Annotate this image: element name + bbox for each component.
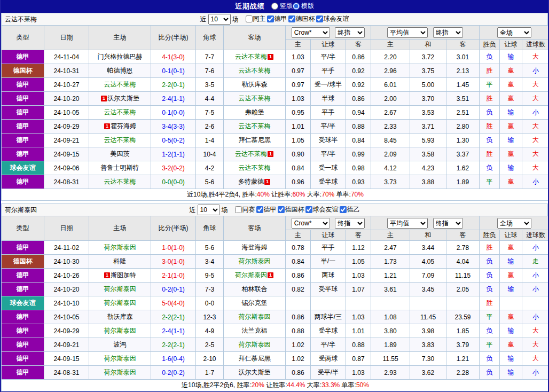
team-name: 柏林联合: [242, 285, 268, 293]
league-filter-checkbox[interactable]: [267, 15, 274, 22]
avg-final-select[interactable]: 终指: [433, 218, 463, 229]
away-team-cell: 锡尔克堡: [224, 296, 286, 310]
league-filter-checkbox[interactable]: [246, 15, 253, 22]
league-filter-checkbox[interactable]: [316, 15, 323, 22]
col-header-avg-draw: 和: [410, 230, 446, 241]
score-cell: 0-1(0-1): [151, 64, 196, 78]
red-card-badge: 1: [268, 272, 273, 278]
league-filter[interactable]: 德甲: [267, 14, 287, 23]
handicap-cell: 受半球: [311, 283, 346, 296]
team-name: 锡尔克堡: [242, 299, 268, 307]
avg-source-select[interactable]: 平均值: [387, 27, 428, 38]
summary-label: 近10场,胜4平2负4, 胜率:: [187, 191, 257, 198]
avg-source-select[interactable]: 平均值: [387, 218, 428, 229]
table-header-row: 类型 日期 主场 比分(半场) 角球 客场 Crow* 终指 平均值 终指: [2, 216, 549, 230]
avg-final-select[interactable]: 终指: [433, 27, 463, 38]
col-header-avg-home: 主: [371, 40, 410, 50]
odds-home-cell: 0.82: [286, 283, 311, 296]
corner-cell: 4-9: [196, 324, 224, 338]
league-filter-checkbox[interactable]: [235, 206, 242, 213]
odds-away-cell: 1.05: [346, 255, 371, 269]
result-wdl-cell: 负: [480, 161, 500, 175]
team-name: 荷尔斯泰因: [239, 341, 271, 348]
league-filter[interactable]: 球会友谊: [305, 205, 339, 214]
layout-radio[interactable]: [293, 3, 300, 10]
odds-final-select[interactable]: 终指: [335, 27, 365, 38]
date-cell: 24-09-15: [44, 147, 89, 161]
result-goals-cell: 大: [522, 50, 549, 64]
league-filter-checkbox[interactable]: [256, 206, 263, 213]
odds-away-cell: [346, 296, 371, 310]
result-wdl-cell: 胜: [480, 296, 500, 310]
odds-source-select[interactable]: Crow*: [292, 27, 330, 38]
odds-home-cell: 1.02: [286, 352, 311, 366]
odds-away-cell: 0.93: [346, 175, 371, 189]
away-team-cell: 柏林联合: [224, 283, 286, 296]
avg-away-cell: 3.79: [446, 338, 480, 352]
odds-away-cell: 0.86: [346, 92, 371, 106]
league-type-cell: 德甲: [2, 324, 44, 338]
league-filter-checkbox[interactable]: [340, 206, 347, 213]
league-filter-label: 德乙: [347, 205, 360, 214]
team-name: 科隆: [114, 257, 127, 265]
league-filter[interactable]: 德甲: [256, 205, 277, 214]
summary-text: 近10场,胜2平2负6, 胜率:20% 让胜率:44.4% 大率:33.3% 单…: [2, 380, 549, 391]
home-team-cell: 荷尔斯泰因: [89, 366, 151, 380]
odds-away-cell: 0.88: [346, 338, 371, 352]
layout-option-horizontal[interactable]: 横版: [293, 2, 314, 11]
corner-cell: 7-5: [196, 106, 224, 120]
home-team-cell: 荷尔斯泰因: [89, 352, 151, 366]
team-name: 海登海姆: [242, 244, 268, 251]
score-cell: 2-4(1-1): [151, 324, 196, 338]
corner-cell: 9-5: [196, 269, 224, 283]
result-handicap-cell: 输: [500, 106, 522, 120]
fulltime-select[interactable]: 全场: [497, 27, 531, 38]
date-cell: 24-10-26: [44, 269, 89, 283]
col-header-date: 日期: [44, 216, 89, 241]
date-cell: 24-11-04: [44, 50, 89, 64]
layout-toggle-group: 竖版横版: [271, 2, 314, 11]
date-cell: 24-10-20: [44, 283, 89, 296]
result-wdl-cell: 负: [480, 366, 500, 380]
handicap-cell: 两球: [311, 269, 346, 283]
league-filter-checkbox[interactable]: [288, 15, 295, 22]
league-type-cell: 德甲: [2, 106, 44, 120]
league-filter[interactable]: 球会友谊: [316, 14, 349, 23]
recent-count-select[interactable]: 10: [198, 205, 220, 215]
recent-count-select[interactable]: 10: [208, 14, 231, 25]
home-team-cell: 荷尔斯泰因: [89, 283, 151, 296]
league-filter[interactable]: 德乙: [340, 205, 360, 214]
league-filter-checkbox[interactable]: [305, 206, 312, 213]
col-header-result-goals: 进球数: [522, 40, 549, 50]
result-goals-cell: 大: [522, 324, 549, 338]
corner-cell: 4-4: [196, 92, 224, 106]
league-filter[interactable]: 德国杯: [288, 14, 315, 23]
result-goals-cell: 大: [522, 147, 549, 161]
league-filter-checkbox[interactable]: [278, 206, 285, 213]
match-row: 德甲24-09-21波鸿2-2(2-1)2-5荷尔斯泰因1.02平/半0.881…: [2, 338, 549, 352]
league-filter[interactable]: 同主: [246, 14, 266, 23]
score-cell: 1-0(1-0): [151, 241, 196, 255]
layout-radio-label: 横版: [301, 2, 314, 11]
avg-away-cell: 2.78: [446, 241, 480, 255]
home-team-cell: 帕德博恩: [89, 64, 151, 78]
layout-option-vertical[interactable]: 竖版: [271, 2, 293, 11]
avg-home-cell: 6.01: [371, 78, 410, 92]
layout-radio[interactable]: [271, 3, 278, 10]
corner-cell: 3-4: [196, 255, 224, 269]
odds-source-select[interactable]: Crow*: [292, 218, 330, 229]
avg-draw-cell: 5.93: [410, 134, 446, 147]
team-name: 美因茨: [111, 150, 130, 158]
section-header: 云达不莱梅 近 10 场 同主德甲德国杯球会友谊: [1, 13, 548, 25]
odds-final-select[interactable]: 终指: [335, 218, 365, 229]
fulltime-select[interactable]: 全场: [497, 218, 531, 229]
col-header-score: 比分(半场): [151, 26, 196, 50]
corner-cell: 0-0: [196, 296, 224, 310]
league-filter[interactable]: 德国杯: [278, 205, 304, 214]
corner-cell: 2-5: [196, 338, 224, 352]
odds-home-cell: 0.97: [286, 64, 311, 78]
result-wdl-cell: 胜: [480, 147, 500, 161]
league-filter[interactable]: 同赛: [235, 205, 255, 214]
col-header-corner: 角球: [196, 216, 224, 241]
home-team-cell: 1沃尔夫斯堡: [89, 92, 151, 106]
